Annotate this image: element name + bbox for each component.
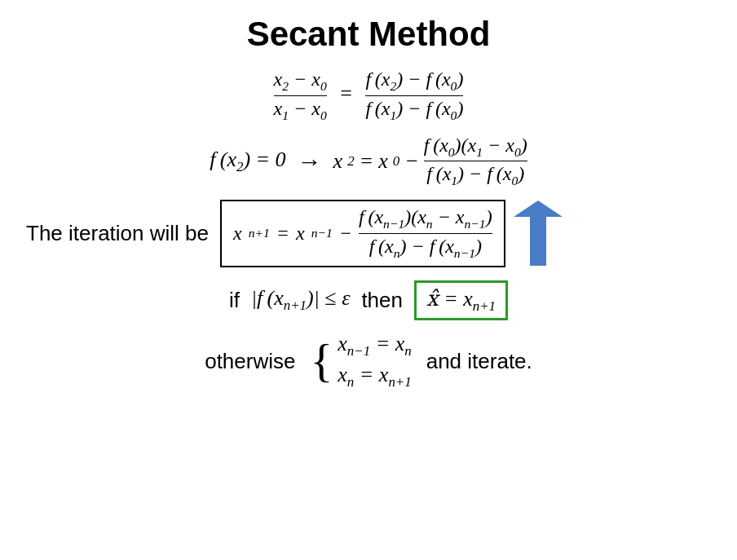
then-keyword: then [361,288,403,313]
page: Secant Method x2 − x0 x1 − x0 = f (x2) −… [0,0,737,560]
page-title: Secant Method [247,15,491,54]
brace-eq2: xn = xn+1 [338,363,411,390]
brace-system: { xn−1 = xn xn = xn+1 [310,332,411,390]
frac1-right: f (x2) − f (x0) f (x1) − f (x0) [365,68,463,123]
iteration-frac: f (xn−1)(xn − xn−1) f (xn) − f (xn−1) [359,206,492,261]
iteration-label: The iteration will be [26,221,209,246]
brace-icon: { [310,337,333,385]
brace-equations: xn−1 = xn xn = xn+1 [338,332,411,390]
if-condition: |f (xn+1)| ≤ ε [251,286,350,314]
if-row: if |f (xn+1)| ≤ ε then x̂ = xn+1 [229,280,508,320]
frac2: f (x0)(x1 − x0) f (x1) − f (x0) [424,134,527,189]
fx2-equals-0: f (x2) = 0 [210,148,285,175]
and-iterate-label: and iterate. [426,349,532,374]
otherwise-row: otherwise { xn−1 = xn xn = xn+1 and iter… [205,332,532,390]
formula1: x2 − x0 x1 − x0 = f (x2) − f (x0) f (x1)… [274,68,464,123]
iteration-row: The iteration will be xn+1 = xn−1 − f (x… [10,200,727,267]
brace-eq1: xn−1 = xn [338,332,411,359]
formula2: f (x2) = 0 → x2 = x0 − f (x0)(x1 − x0) f… [210,134,527,189]
formula2-row: f (x2) = 0 → x2 = x0 − f (x0)(x1 − x0) f… [210,134,527,189]
arrow-symbol: → [298,148,322,175]
formula1-row: x2 − x0 x1 − x0 = f (x2) − f (x0) f (x1)… [274,68,464,123]
otherwise-keyword: otherwise [205,349,295,374]
if-keyword: if [229,288,240,313]
frac1-left: x2 − x0 x1 − x0 [274,68,327,123]
blue-arrow-icon [514,201,563,266]
svg-marker-1 [514,201,563,266]
iteration-formula-box: xn+1 = xn−1 − f (xn−1)(xn − xn−1) f (xn)… [220,200,505,267]
result-box: x̂ = xn+1 [414,280,508,320]
x2-formula: x2 = x0 − f (x0)(x1 − x0) f (x1) − f (x0… [333,134,527,189]
